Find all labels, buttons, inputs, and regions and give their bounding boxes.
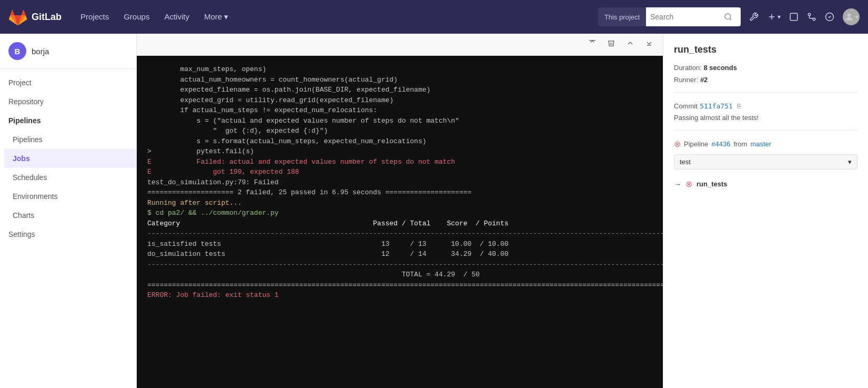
- commit-label: Commit: [674, 102, 698, 110]
- runner-row: Runner: #2: [674, 76, 857, 84]
- pipeline-label: Pipeline: [684, 140, 708, 148]
- settings-icon[interactable]: [749, 12, 759, 22]
- nav-groups[interactable]: Groups: [117, 8, 156, 26]
- nav-right: This project ▾: [598, 7, 860, 26]
- job-name-link[interactable]: run_tests: [697, 180, 728, 188]
- svg-line-1: [730, 18, 731, 20]
- issues-icon[interactable]: [789, 12, 799, 22]
- runner-label: Runner:: [674, 76, 698, 84]
- sidebar-item-jobs[interactable]: Jobs: [4, 149, 136, 168]
- search-box: [646, 7, 741, 26]
- duration-value: 8 seconds: [703, 64, 737, 72]
- delete-icon[interactable]: [604, 38, 619, 51]
- commit-section: Commit 511fa751 ⎘ Passing almost all the…: [674, 101, 857, 122]
- sidebar-item-pipelines-parent[interactable]: Pipelines: [0, 111, 136, 130]
- sidebar-nav: Project Repository Pipelines Pipelines J…: [0, 69, 136, 248]
- stage-badge[interactable]: test ▾: [674, 154, 857, 170]
- main-content: max_num_steps, opens) actual_num_homeown…: [137, 34, 868, 388]
- nav-projects[interactable]: Projects: [74, 8, 115, 26]
- search-icon: [724, 13, 732, 21]
- logo-text: GitLab: [32, 12, 62, 23]
- sidebar-item-charts[interactable]: Charts: [4, 206, 136, 225]
- sidebar-item-project[interactable]: Project: [0, 73, 136, 92]
- todo-icon[interactable]: [825, 12, 834, 22]
- copy-icon[interactable]: ⎘: [737, 102, 741, 110]
- terminal-toolbar: [137, 34, 663, 56]
- runner-value: #2: [700, 76, 708, 84]
- nav-action-icons: ▾ ▾: [749, 8, 860, 25]
- sidebar-sub-pipelines: Pipelines Jobs Schedules Environments Ch…: [0, 130, 136, 225]
- divider-2: [674, 130, 857, 131]
- svg-point-8: [847, 13, 851, 17]
- pipeline-branch-link[interactable]: master: [750, 140, 771, 148]
- stage-name: test: [680, 158, 691, 166]
- stage-chevron-icon: ▾: [848, 158, 852, 166]
- pipeline-link[interactable]: #4436: [711, 140, 730, 148]
- terminal-output: max_num_steps, opens) actual_num_homeown…: [137, 56, 663, 388]
- search-scope-button[interactable]: This project: [598, 7, 646, 26]
- right-panel: run_tests Duration: 8 seconds Runner: #2…: [663, 34, 868, 388]
- svg-point-6: [813, 18, 815, 21]
- sidebar-username: borja: [32, 47, 49, 56]
- sidebar-item-repository[interactable]: Repository: [0, 92, 136, 111]
- sidebar-item-settings[interactable]: Settings: [0, 225, 136, 244]
- sidebar-avatar: B: [8, 42, 26, 60]
- svg-point-5: [808, 13, 811, 16]
- job-title: run_tests: [674, 44, 857, 55]
- job-row: → ⊗ run_tests: [674, 176, 857, 192]
- nav-links: Projects Groups Activity More ▾: [74, 8, 235, 26]
- pipeline-row: ⊗ Pipeline #4436 from master: [674, 139, 857, 149]
- nav-more[interactable]: More ▾: [198, 8, 235, 26]
- gitlab-logo[interactable]: GitLab: [8, 7, 62, 26]
- scroll-up-icon[interactable]: [623, 38, 638, 51]
- job-failed-icon: ⊗: [685, 179, 692, 189]
- search-input[interactable]: [650, 13, 724, 21]
- sidebar-item-pipelines[interactable]: Pipelines: [4, 130, 136, 149]
- sidebar-item-schedules[interactable]: Schedules: [4, 168, 136, 187]
- svg-point-0: [725, 14, 731, 19]
- top-navigation: GitLab Projects Groups Activity More ▾ T…: [0, 0, 868, 34]
- nav-activity[interactable]: Activity: [158, 8, 196, 26]
- merge-request-icon[interactable]: [807, 12, 816, 22]
- commit-hash-link[interactable]: 511fa751: [700, 102, 733, 110]
- current-job-arrow-icon: →: [674, 180, 681, 188]
- pipeline-from-text: from: [733, 140, 747, 148]
- scroll-down-icon[interactable]: [642, 38, 657, 51]
- pipeline-failed-icon: ⊗: [674, 139, 681, 149]
- sidebar-user: B borja: [0, 34, 136, 69]
- sidebar: B borja Project Repository Pipelines Pip…: [0, 34, 137, 388]
- jobs-list: → ⊗ run_tests: [674, 176, 857, 192]
- terminal-wrapper[interactable]: max_num_steps, opens) actual_num_homeown…: [137, 56, 663, 388]
- divider-1: [674, 92, 857, 93]
- duration-label: Duration:: [674, 64, 702, 72]
- avatar[interactable]: ▾: [843, 8, 860, 25]
- svg-rect-4: [790, 13, 798, 21]
- sidebar-item-environments[interactable]: Environments: [4, 187, 136, 206]
- terminal-section: max_num_steps, opens) actual_num_homeown…: [137, 34, 663, 388]
- duration-row: Duration: 8 seconds: [674, 64, 857, 72]
- scroll-to-top-icon[interactable]: [585, 38, 600, 51]
- commit-message: Passing almost all the tests!: [674, 114, 857, 122]
- plus-icon[interactable]: ▾: [767, 12, 781, 22]
